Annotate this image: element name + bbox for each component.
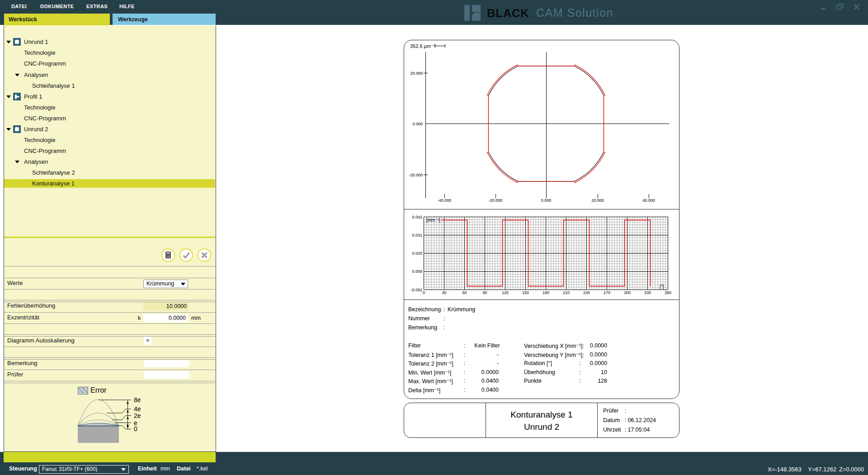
svg-text:150: 150 — [522, 290, 529, 295]
svg-text:270: 270 — [604, 290, 610, 295]
svg-text:20.000: 20.000 — [410, 71, 423, 76]
svg-text:2e: 2e — [134, 412, 141, 419]
svg-text:-20.000: -20.000 — [409, 173, 423, 177]
svg-text:90: 90 — [482, 290, 487, 295]
svg-text:120: 120 — [502, 290, 509, 295]
svg-text:-40.000: -40.000 — [438, 198, 452, 203]
svg-text:360: 360 — [665, 290, 671, 295]
svg-text:-0.002: -0.002 — [410, 288, 422, 292]
svg-text:-20.000: -20.000 — [489, 198, 503, 203]
svg-text:30: 30 — [442, 290, 446, 295]
svg-text:0.020: 0.020 — [412, 251, 422, 256]
svg-text:20.000: 20.000 — [591, 198, 604, 203]
svg-text:180: 180 — [542, 290, 549, 295]
svg-text:0.031: 0.031 — [412, 233, 422, 238]
svg-text:0.000: 0.000 — [541, 198, 552, 203]
svg-text:0.042: 0.042 — [412, 215, 422, 219]
svg-text:240: 240 — [583, 290, 590, 295]
svg-text:300: 300 — [624, 290, 631, 295]
svg-text:0: 0 — [423, 290, 425, 295]
svg-text:[mm⁻¹]: [mm⁻¹] — [426, 218, 440, 223]
svg-text:0.009: 0.009 — [412, 269, 422, 274]
svg-text:0.000: 0.000 — [412, 122, 423, 126]
svg-text:60: 60 — [462, 290, 467, 295]
svg-text:330: 330 — [644, 290, 651, 295]
svg-text:40.000: 40.000 — [642, 198, 655, 203]
svg-text:8e: 8e — [134, 396, 141, 404]
svg-text:352.6 µm⁻¹: 352.6 µm⁻¹ — [410, 43, 435, 49]
svg-text:210: 210 — [563, 290, 570, 295]
svg-text:[°]: [°] — [660, 284, 664, 289]
svg-text:0: 0 — [134, 425, 137, 432]
